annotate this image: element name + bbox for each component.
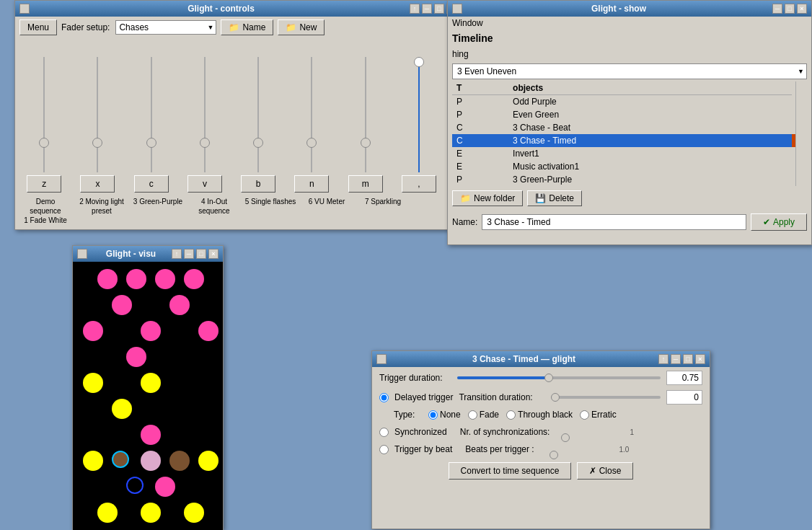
trigger-duration-label: Trigger duration: bbox=[379, 373, 451, 383]
controls-minimize-btn[interactable]: ─ bbox=[422, 4, 432, 14]
transition-duration-slider[interactable] bbox=[551, 396, 661, 399]
ct-up-btn[interactable]: ↑ bbox=[658, 354, 668, 364]
beat-select[interactable]: 3 Even Uneven 4 Even Swing bbox=[452, 63, 807, 79]
table-row[interactable]: C 3 Chase - Beat bbox=[452, 121, 795, 134]
fader-key-b[interactable]: b bbox=[241, 175, 275, 193]
fader-key-x[interactable]: x bbox=[80, 175, 115, 193]
fader-handle-1[interactable] bbox=[39, 138, 49, 148]
ct-maximize-btn[interactable]: □ bbox=[683, 354, 693, 364]
convert-button[interactable]: Convert to time sequence bbox=[449, 462, 572, 480]
type-radio-group: None Fade Through black Erratic bbox=[428, 410, 617, 420]
trigger-by-beat-radio[interactable] bbox=[379, 445, 389, 454]
type-fade-radio[interactable] bbox=[468, 410, 477, 420]
new-button[interactable]: 📁 New bbox=[278, 19, 325, 35]
fader-track-4[interactable] bbox=[204, 57, 206, 172]
trigger-duration-slider[interactable] bbox=[457, 376, 661, 379]
fader-handle-7[interactable] bbox=[361, 138, 371, 148]
show-menu-window[interactable]: Window bbox=[452, 18, 483, 28]
fader-key-c[interactable]: c bbox=[134, 175, 169, 193]
fader-select-wrapper: Chases Fixtures Groups bbox=[115, 20, 216, 35]
close-button[interactable]: ✗ Close bbox=[577, 462, 633, 480]
fader-key-z[interactable]: z bbox=[27, 175, 61, 193]
visu-dot bbox=[198, 321, 219, 341]
fader-track-1[interactable] bbox=[43, 57, 45, 172]
visu-dot bbox=[141, 321, 161, 341]
fader-handle-4[interactable] bbox=[200, 138, 210, 148]
trigger-duration-row: Trigger duration: 0.75 bbox=[372, 367, 710, 389]
controls-maximize-btn[interactable]: □ bbox=[434, 4, 444, 14]
fader-key-m[interactable]: m bbox=[348, 175, 383, 193]
type-none-radio[interactable] bbox=[428, 410, 438, 420]
name-input[interactable] bbox=[482, 214, 746, 230]
apply-button[interactable]: ✔ Apply bbox=[751, 213, 807, 231]
type-through-black-radio[interactable] bbox=[506, 410, 516, 420]
fader-track-7[interactable] bbox=[365, 57, 366, 172]
sync-thumb[interactable] bbox=[561, 433, 570, 442]
visu-dot bbox=[198, 373, 219, 393]
fader-track-5[interactable] bbox=[257, 57, 259, 172]
show-titlebar: Glight - show ─ □ × bbox=[448, 1, 811, 17]
delayed-trigger-radio[interactable] bbox=[379, 393, 389, 402]
visu-close-btn[interactable]: × bbox=[208, 249, 219, 259]
visu-dot bbox=[141, 451, 161, 471]
show-close-btn[interactable]: × bbox=[797, 4, 807, 14]
col-objects: objects bbox=[508, 81, 792, 95]
fader-key-v[interactable]: v bbox=[187, 175, 222, 193]
fader-key-comma[interactable]: , bbox=[402, 175, 436, 193]
visu-dot bbox=[83, 399, 103, 419]
type-none-label: None bbox=[428, 410, 461, 420]
controls-up-btn[interactable]: ↑ bbox=[410, 4, 420, 14]
controls-titlebar: Glight - controls ↑ ─ □ × bbox=[15, 1, 461, 17]
trigger-duration-thumb[interactable] bbox=[544, 374, 553, 382]
fader-special-track[interactable] bbox=[418, 57, 420, 172]
fader-handle-3[interactable] bbox=[146, 138, 156, 148]
ct-close-btn[interactable]: × bbox=[695, 354, 705, 364]
delete-icon: 💾 bbox=[535, 193, 546, 203]
trigger-duration-value: 0.75 bbox=[666, 371, 702, 385]
fader-track-6[interactable] bbox=[311, 57, 312, 172]
type-erratic-radio[interactable] bbox=[580, 410, 589, 420]
visu-dot bbox=[169, 295, 190, 315]
fader-track-3[interactable] bbox=[151, 57, 152, 172]
table-row[interactable]: P 3 Green-Purple bbox=[452, 173, 795, 186]
visu-dot bbox=[112, 295, 132, 315]
fader-select[interactable]: Chases Fixtures Groups bbox=[115, 20, 216, 35]
table-row[interactable]: E Music activation1 bbox=[452, 160, 795, 173]
visu-maximize-btn[interactable]: □ bbox=[196, 249, 206, 259]
fader-special-handle[interactable] bbox=[414, 57, 424, 67]
objects-scrollbar[interactable] bbox=[795, 81, 807, 186]
delete-button[interactable]: 💾 Delete bbox=[527, 190, 582, 206]
synchronized-radio[interactable] bbox=[379, 428, 389, 437]
visu-dot bbox=[155, 477, 175, 497]
table-row[interactable]: P Odd Purple bbox=[452, 95, 795, 109]
beats-thumb[interactable] bbox=[550, 451, 558, 459]
transition-duration-thumb[interactable] bbox=[551, 393, 560, 402]
menu-button[interactable]: Menu bbox=[19, 19, 57, 35]
fader-handle-5[interactable] bbox=[253, 138, 263, 148]
type-fade-label: Fade bbox=[468, 410, 499, 420]
table-row[interactable]: P Even Green bbox=[452, 108, 795, 121]
visu-dot bbox=[83, 321, 103, 341]
visu-dot bbox=[169, 451, 190, 471]
table-row-selected[interactable]: C 3 Chase - Timed bbox=[452, 134, 795, 147]
ct-bottom-buttons: Convert to time sequence ✗ Close bbox=[372, 458, 710, 484]
fader-handle-2[interactable] bbox=[92, 138, 102, 148]
show-window-btns: ─ □ × bbox=[772, 4, 807, 14]
fader-track-2[interactable] bbox=[97, 57, 98, 172]
controls-window: Glight - controls ↑ ─ □ × Menu Fader set… bbox=[14, 0, 462, 230]
name-button[interactable]: 📁 Name bbox=[221, 19, 273, 35]
visu-dot bbox=[169, 373, 190, 393]
visu-window-btns: ↑ ─ □ × bbox=[172, 249, 219, 259]
synchronized-row: Synchronized Nr. of synchronizations: 1 bbox=[372, 423, 710, 441]
show-minimize-btn[interactable]: ─ bbox=[772, 4, 782, 14]
visu-minimize-btn[interactable]: ─ bbox=[184, 249, 194, 259]
fader-key-n[interactable]: n bbox=[294, 175, 329, 193]
visu-dot bbox=[97, 477, 118, 497]
table-row[interactable]: E Invert1 bbox=[452, 147, 795, 160]
fader-handle-6[interactable] bbox=[306, 138, 317, 148]
visu-window-icon bbox=[77, 249, 87, 259]
ct-minimize-btn[interactable]: ─ bbox=[671, 354, 681, 364]
visu-up-btn[interactable]: ↑ bbox=[172, 249, 182, 259]
new-folder-button[interactable]: 📁 New folder bbox=[452, 190, 523, 206]
show-maximize-btn[interactable]: □ bbox=[785, 4, 795, 14]
